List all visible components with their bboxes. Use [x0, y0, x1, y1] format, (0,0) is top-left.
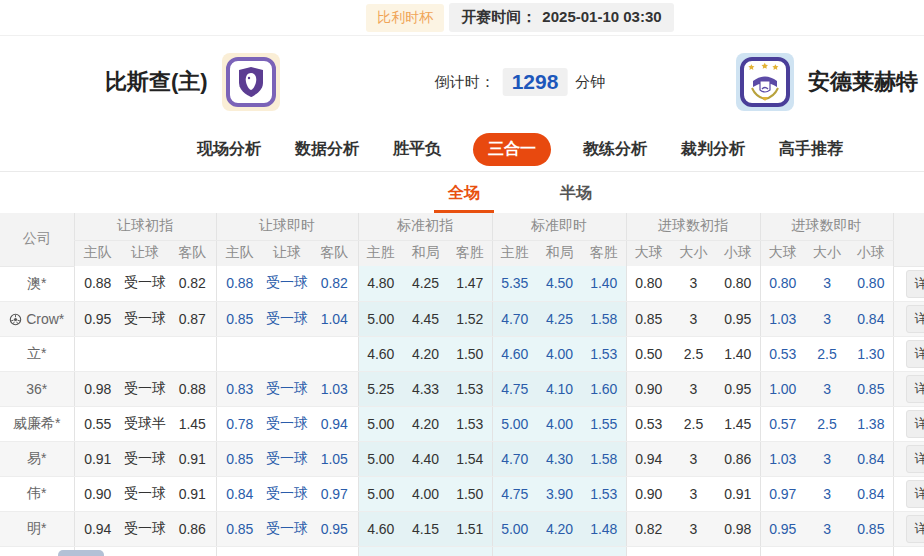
- detail-button[interactable]: 详: [906, 375, 924, 403]
- group-header-europe-live: 标准即时: [492, 213, 626, 240]
- odds-cell: 1.58: [582, 301, 626, 336]
- detail-button[interactable]: 详: [906, 515, 924, 543]
- odds-cell: 0.53: [626, 406, 671, 441]
- odds-cell: 1.53: [582, 336, 626, 371]
- period-tab-1[interactable]: 半场: [546, 183, 606, 213]
- odds-cell: 受一球: [121, 371, 169, 406]
- odds-cell: 1.03: [760, 301, 805, 336]
- table-row: 伟*0.90受一球0.910.84受一球0.975.004.001.504.75…: [0, 476, 924, 511]
- odds-cell: 受一球: [263, 371, 311, 406]
- away-team: 安德莱赫特: [736, 53, 918, 111]
- detail-button[interactable]: 详: [906, 480, 924, 508]
- nav-tab-4[interactable]: 教练分析: [581, 134, 649, 165]
- sub-header: 让球: [121, 240, 169, 266]
- odds-cell: 1.03: [311, 371, 358, 406]
- group-header-handicap-initial: 让球初指: [74, 213, 216, 240]
- sub-header: 主胜: [358, 240, 403, 266]
- odds-cell: 4.33: [403, 371, 448, 406]
- sub-header: 主队: [74, 240, 121, 266]
- odds-cell: 1.40: [716, 336, 760, 371]
- odds-cell: 0.94: [626, 441, 671, 476]
- odds-cell: 2.5: [805, 336, 849, 371]
- odds-cell: 4.20: [403, 336, 448, 371]
- odds-cell: 3: [671, 371, 716, 406]
- odds-cell: 1.04: [311, 301, 358, 336]
- nav-tab-2[interactable]: 胜平负: [391, 134, 443, 165]
- odds-cell: [626, 546, 671, 556]
- nav-tab-1[interactable]: 数据分析: [293, 134, 361, 165]
- detail-button[interactable]: 详: [906, 410, 924, 438]
- company-cell[interactable]: 威廉希*: [0, 406, 74, 441]
- odds-cell: 5.35: [492, 266, 537, 301]
- odds-cell: 受球半: [121, 406, 169, 441]
- detail-cell: 详: [893, 511, 924, 546]
- odds-cell: 0.78: [216, 406, 263, 441]
- odds-cell: 3: [671, 476, 716, 511]
- detail-button[interactable]: 详: [906, 270, 924, 298]
- detail-button[interactable]: 详: [906, 445, 924, 473]
- odds-cell: 0.80: [716, 266, 760, 301]
- odds-cell: [216, 546, 263, 556]
- nav-tab-5[interactable]: 裁判分析: [679, 134, 747, 165]
- detail-cell: [893, 546, 924, 556]
- odds-cell: 5.00: [358, 301, 403, 336]
- page: 比利时杯 开赛时间： 2025-01-10 03:30 比斯查(主) 倒计时： …: [0, 0, 924, 556]
- odds-cell: [74, 336, 121, 371]
- odds-cell: 4.30: [537, 441, 582, 476]
- odds-cell: [169, 336, 216, 371]
- odds-cell: 受一球: [121, 441, 169, 476]
- group-header-handicap-live: 让球即时: [216, 213, 358, 240]
- odds-cell: [358, 546, 403, 556]
- odds-cell: [121, 336, 169, 371]
- odds-cell: 3: [805, 301, 849, 336]
- odds-cell: 1.40: [582, 266, 626, 301]
- odds-cell: [492, 546, 537, 556]
- odds-cell: 1.05: [311, 441, 358, 476]
- odds-cell: 1.47: [448, 266, 492, 301]
- nav-tab-6[interactable]: 高手推荐: [777, 134, 845, 165]
- company-cell[interactable]: Crow*: [0, 301, 74, 336]
- odds-cell: 4.60: [492, 336, 537, 371]
- odds-cell: 4.80: [358, 266, 403, 301]
- company-name: Crow*: [26, 311, 64, 327]
- odds-cell: 0.85: [216, 301, 263, 336]
- odds-cell: 0.87: [169, 301, 216, 336]
- odds-cell: 0.95: [74, 301, 121, 336]
- odds-cell: 0.84: [849, 301, 893, 336]
- odds-cell: 0.98: [716, 511, 760, 546]
- odds-cell: 0.86: [716, 441, 760, 476]
- sub-header: 客队: [169, 240, 216, 266]
- odds-cell: 4.70: [492, 301, 537, 336]
- company-cell[interactable]: 明*: [0, 511, 74, 546]
- company-cell[interactable]: 易*: [0, 441, 74, 476]
- detail-button[interactable]: 详: [906, 340, 924, 368]
- odds-cell: 受一球: [263, 266, 311, 301]
- company-name: 伟*: [27, 485, 46, 501]
- period-tab-0[interactable]: 全场: [434, 183, 494, 213]
- company-cell[interactable]: 36*: [0, 371, 74, 406]
- partial-row-fragment: [58, 550, 104, 556]
- odds-cell: 0.84: [849, 476, 893, 511]
- odds-cell: 0.94: [74, 511, 121, 546]
- odds-cell: 1.50: [448, 336, 492, 371]
- nav-tab-0[interactable]: 现场分析: [195, 134, 263, 165]
- company-cell[interactable]: 伟*: [0, 476, 74, 511]
- kickoff-value: 2025-01-10 03:30: [542, 8, 661, 27]
- home-team-name: 比斯查(主): [105, 67, 208, 97]
- odds-cell: [448, 546, 492, 556]
- odds-cell: 受一球: [121, 511, 169, 546]
- odds-cell: 1.03: [760, 441, 805, 476]
- company-cell[interactable]: 澳*: [0, 266, 74, 301]
- odds-cell: [716, 546, 760, 556]
- company-cell[interactable]: 立*: [0, 336, 74, 371]
- nav-tab-3[interactable]: 三合一: [473, 133, 551, 166]
- odds-cell: 1.51: [448, 511, 492, 546]
- odds-cell: 1.60: [582, 371, 626, 406]
- odds-cell: 3: [805, 511, 849, 546]
- odds-cell: [760, 546, 805, 556]
- odds-cell: 1.45: [716, 406, 760, 441]
- odds-cell: 受一球: [263, 511, 311, 546]
- odds-cell: 4.00: [537, 336, 582, 371]
- odds-cell: 1.00: [760, 371, 805, 406]
- detail-button[interactable]: 详: [906, 305, 924, 333]
